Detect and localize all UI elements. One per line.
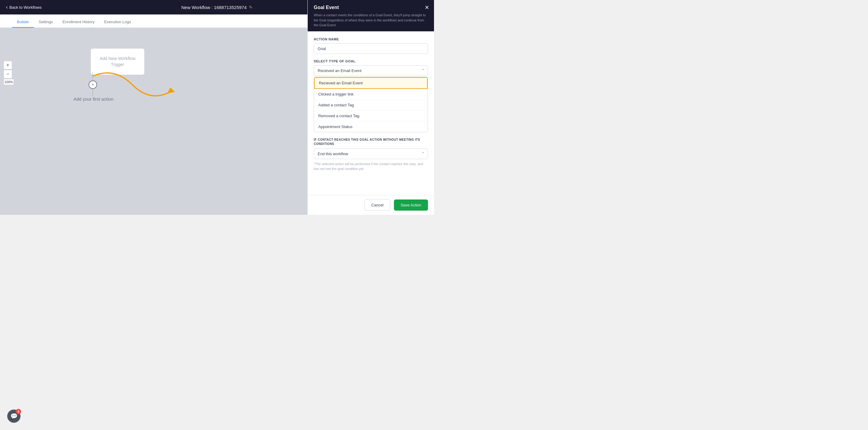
back-to-workflows-button[interactable]: ‹ Back to Workflows [6,4,41,10]
dropdown-item-add-tag[interactable]: Added a contact Tag [314,100,428,111]
zoom-out-button[interactable]: − [4,70,12,78]
panel-description: When a contact meets the conditions of a… [314,13,428,28]
add-action-button[interactable]: + [89,81,97,89]
add-workflow-trigger-box[interactable]: Add New Workflow Trigger [90,48,145,75]
zoom-level: 100% [4,79,14,85]
svg-marker-0 [167,87,175,93]
back-label: Back to Workflows [9,5,41,10]
conditional-select-wrapper: End this workflow ⌃ [314,149,428,159]
tab-settings[interactable]: Settings [34,17,58,28]
tab-enrollment-history[interactable]: Enrollment History [58,17,99,28]
goal-type-label: SELECT TYPE OF GOAL [314,59,428,63]
first-action-label: Add your first action [51,96,135,101]
cancel-button[interactable]: Cancel [364,199,390,211]
dropdown-item-remove-tag[interactable]: Removed a contact Tag [314,111,428,121]
dropdown-item-appointment[interactable]: Appointment Status [314,121,428,132]
conditional-label: IF CONTACT REACHES THIS GOAL ACTION WITH… [314,138,428,146]
save-action-button[interactable]: Save Action [394,199,428,211]
panel-header: Goal Event When a contact meets the cond… [308,0,434,31]
trigger-box-label: Add New Workflow Trigger [100,56,135,67]
edit-icon[interactable]: ✎ [249,5,253,10]
tab-builder[interactable]: Builder [12,17,34,28]
zoom-controls: + − 100% [4,61,14,85]
back-arrow-icon: ‹ [6,4,7,10]
action-name-label: ACTION NAME [314,37,428,41]
goal-type-select-wrapper: Recieved an Email Event Clicked a trigge… [314,65,428,76]
side-panel: Goal Event When a contact meets the cond… [307,0,434,215]
workflow-title-text: New Workflow : 1688713525974 [181,5,247,10]
zoom-in-button[interactable]: + [4,61,12,69]
action-name-input[interactable] [314,43,428,54]
tab-execution-logs[interactable]: Execution Logs [99,17,136,28]
panel-body: ACTION NAME SELECT TYPE OF GOAL Recieved… [308,31,434,195]
close-panel-button[interactable]: ✕ [425,4,429,11]
goal-type-select[interactable]: Recieved an Email Event Clicked a trigge… [314,65,428,76]
dropdown-item-trigger[interactable]: Clicked a trigger link [314,89,428,100]
panel-title: Goal Event [314,5,428,10]
dropdown-item-email[interactable]: Recieved an Email Event [314,77,428,89]
hint-text: *The selected action will be performed i… [314,161,428,172]
workflow-canvas: + − 100% Add New Workflow Trigger + Add … [0,28,307,215]
workflow-title: New Workflow : 1688713525974 ✎ [181,5,253,10]
conditional-select[interactable]: End this workflow [314,149,428,159]
goal-type-dropdown-list: Recieved an Email Event Clicked a trigge… [314,77,428,132]
panel-footer: Cancel Save Action [308,195,434,215]
